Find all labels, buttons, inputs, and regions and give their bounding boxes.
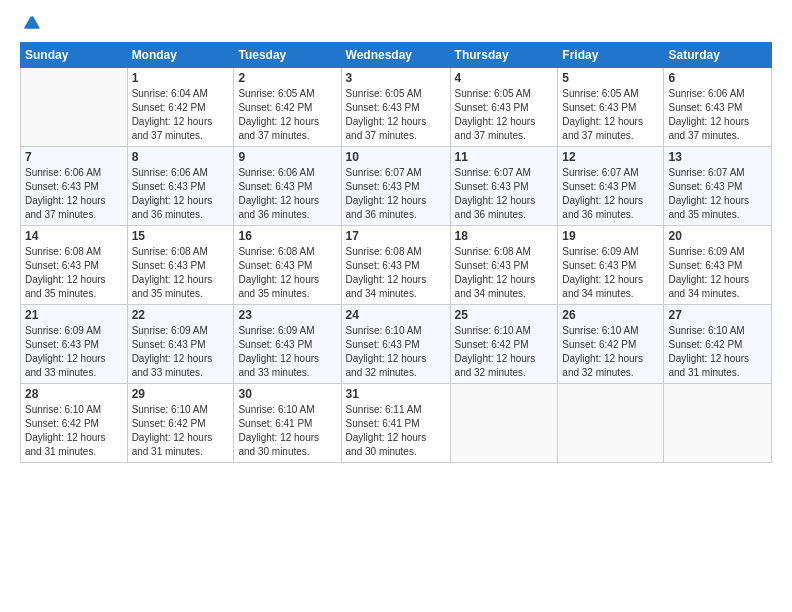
calendar-cell: 15Sunrise: 6:08 AMSunset: 6:43 PMDayligh…	[127, 226, 234, 305]
day-number: 23	[238, 308, 336, 322]
day-info: Sunrise: 6:05 AMSunset: 6:43 PMDaylight:…	[562, 87, 659, 143]
day-info: Sunrise: 6:10 AMSunset: 6:42 PMDaylight:…	[25, 403, 123, 459]
calendar-cell: 28Sunrise: 6:10 AMSunset: 6:42 PMDayligh…	[21, 384, 128, 463]
calendar-cell: 18Sunrise: 6:08 AMSunset: 6:43 PMDayligh…	[450, 226, 558, 305]
day-number: 13	[668, 150, 767, 164]
weekday-header-sunday: Sunday	[21, 43, 128, 68]
day-number: 30	[238, 387, 336, 401]
weekday-header-tuesday: Tuesday	[234, 43, 341, 68]
calendar-cell: 24Sunrise: 6:10 AMSunset: 6:43 PMDayligh…	[341, 305, 450, 384]
day-info: Sunrise: 6:05 AMSunset: 6:43 PMDaylight:…	[455, 87, 554, 143]
day-number: 10	[346, 150, 446, 164]
calendar-cell	[664, 384, 772, 463]
day-info: Sunrise: 6:07 AMSunset: 6:43 PMDaylight:…	[455, 166, 554, 222]
calendar-cell: 3Sunrise: 6:05 AMSunset: 6:43 PMDaylight…	[341, 68, 450, 147]
calendar-cell: 29Sunrise: 6:10 AMSunset: 6:42 PMDayligh…	[127, 384, 234, 463]
day-info: Sunrise: 6:06 AMSunset: 6:43 PMDaylight:…	[238, 166, 336, 222]
day-info: Sunrise: 6:08 AMSunset: 6:43 PMDaylight:…	[346, 245, 446, 301]
calendar-cell: 7Sunrise: 6:06 AMSunset: 6:43 PMDaylight…	[21, 147, 128, 226]
day-info: Sunrise: 6:05 AMSunset: 6:43 PMDaylight:…	[346, 87, 446, 143]
day-info: Sunrise: 6:05 AMSunset: 6:42 PMDaylight:…	[238, 87, 336, 143]
day-info: Sunrise: 6:09 AMSunset: 6:43 PMDaylight:…	[132, 324, 230, 380]
day-info: Sunrise: 6:09 AMSunset: 6:43 PMDaylight:…	[668, 245, 767, 301]
calendar-cell: 16Sunrise: 6:08 AMSunset: 6:43 PMDayligh…	[234, 226, 341, 305]
day-number: 2	[238, 71, 336, 85]
calendar-cell: 5Sunrise: 6:05 AMSunset: 6:43 PMDaylight…	[558, 68, 664, 147]
calendar-table: SundayMondayTuesdayWednesdayThursdayFrid…	[20, 42, 772, 463]
day-number: 12	[562, 150, 659, 164]
calendar-cell	[558, 384, 664, 463]
day-number: 15	[132, 229, 230, 243]
day-info: Sunrise: 6:08 AMSunset: 6:43 PMDaylight:…	[132, 245, 230, 301]
calendar-cell: 19Sunrise: 6:09 AMSunset: 6:43 PMDayligh…	[558, 226, 664, 305]
day-number: 3	[346, 71, 446, 85]
calendar-cell: 31Sunrise: 6:11 AMSunset: 6:41 PMDayligh…	[341, 384, 450, 463]
day-number: 31	[346, 387, 446, 401]
day-info: Sunrise: 6:07 AMSunset: 6:43 PMDaylight:…	[668, 166, 767, 222]
day-info: Sunrise: 6:10 AMSunset: 6:41 PMDaylight:…	[238, 403, 336, 459]
day-number: 20	[668, 229, 767, 243]
day-info: Sunrise: 6:04 AMSunset: 6:42 PMDaylight:…	[132, 87, 230, 143]
calendar-week-row: 1Sunrise: 6:04 AMSunset: 6:42 PMDaylight…	[21, 68, 772, 147]
weekday-header-thursday: Thursday	[450, 43, 558, 68]
day-number: 6	[668, 71, 767, 85]
day-info: Sunrise: 6:09 AMSunset: 6:43 PMDaylight:…	[238, 324, 336, 380]
calendar-cell: 25Sunrise: 6:10 AMSunset: 6:42 PMDayligh…	[450, 305, 558, 384]
day-info: Sunrise: 6:08 AMSunset: 6:43 PMDaylight:…	[238, 245, 336, 301]
day-number: 24	[346, 308, 446, 322]
day-number: 19	[562, 229, 659, 243]
calendar-week-row: 7Sunrise: 6:06 AMSunset: 6:43 PMDaylight…	[21, 147, 772, 226]
day-info: Sunrise: 6:08 AMSunset: 6:43 PMDaylight:…	[455, 245, 554, 301]
calendar-cell: 27Sunrise: 6:10 AMSunset: 6:42 PMDayligh…	[664, 305, 772, 384]
day-number: 8	[132, 150, 230, 164]
calendar-cell: 9Sunrise: 6:06 AMSunset: 6:43 PMDaylight…	[234, 147, 341, 226]
calendar-cell: 6Sunrise: 6:06 AMSunset: 6:43 PMDaylight…	[664, 68, 772, 147]
day-info: Sunrise: 6:10 AMSunset: 6:42 PMDaylight:…	[668, 324, 767, 380]
day-number: 29	[132, 387, 230, 401]
calendar-cell: 14Sunrise: 6:08 AMSunset: 6:43 PMDayligh…	[21, 226, 128, 305]
calendar-cell: 8Sunrise: 6:06 AMSunset: 6:43 PMDaylight…	[127, 147, 234, 226]
day-info: Sunrise: 6:10 AMSunset: 6:42 PMDaylight:…	[455, 324, 554, 380]
day-number: 27	[668, 308, 767, 322]
day-info: Sunrise: 6:10 AMSunset: 6:43 PMDaylight:…	[346, 324, 446, 380]
day-info: Sunrise: 6:09 AMSunset: 6:43 PMDaylight:…	[25, 324, 123, 380]
day-number: 1	[132, 71, 230, 85]
day-info: Sunrise: 6:06 AMSunset: 6:43 PMDaylight:…	[25, 166, 123, 222]
weekday-header-row: SundayMondayTuesdayWednesdayThursdayFrid…	[21, 43, 772, 68]
calendar-cell: 30Sunrise: 6:10 AMSunset: 6:41 PMDayligh…	[234, 384, 341, 463]
calendar-cell: 17Sunrise: 6:08 AMSunset: 6:43 PMDayligh…	[341, 226, 450, 305]
day-info: Sunrise: 6:09 AMSunset: 6:43 PMDaylight:…	[562, 245, 659, 301]
day-number: 17	[346, 229, 446, 243]
day-info: Sunrise: 6:10 AMSunset: 6:42 PMDaylight:…	[562, 324, 659, 380]
logo	[20, 16, 40, 32]
calendar-cell: 21Sunrise: 6:09 AMSunset: 6:43 PMDayligh…	[21, 305, 128, 384]
day-number: 4	[455, 71, 554, 85]
day-number: 25	[455, 308, 554, 322]
calendar-cell: 2Sunrise: 6:05 AMSunset: 6:42 PMDaylight…	[234, 68, 341, 147]
calendar-week-row: 28Sunrise: 6:10 AMSunset: 6:42 PMDayligh…	[21, 384, 772, 463]
calendar-cell: 22Sunrise: 6:09 AMSunset: 6:43 PMDayligh…	[127, 305, 234, 384]
calendar-cell	[450, 384, 558, 463]
weekday-header-monday: Monday	[127, 43, 234, 68]
calendar-cell: 10Sunrise: 6:07 AMSunset: 6:43 PMDayligh…	[341, 147, 450, 226]
calendar-cell: 20Sunrise: 6:09 AMSunset: 6:43 PMDayligh…	[664, 226, 772, 305]
day-number: 21	[25, 308, 123, 322]
day-info: Sunrise: 6:06 AMSunset: 6:43 PMDaylight:…	[132, 166, 230, 222]
calendar-week-row: 21Sunrise: 6:09 AMSunset: 6:43 PMDayligh…	[21, 305, 772, 384]
calendar-cell: 13Sunrise: 6:07 AMSunset: 6:43 PMDayligh…	[664, 147, 772, 226]
weekday-header-friday: Friday	[558, 43, 664, 68]
calendar-cell: 12Sunrise: 6:07 AMSunset: 6:43 PMDayligh…	[558, 147, 664, 226]
day-number: 28	[25, 387, 123, 401]
day-number: 11	[455, 150, 554, 164]
logo-icon	[22, 14, 40, 32]
calendar-week-row: 14Sunrise: 6:08 AMSunset: 6:43 PMDayligh…	[21, 226, 772, 305]
day-number: 5	[562, 71, 659, 85]
header	[20, 16, 772, 32]
calendar-cell: 11Sunrise: 6:07 AMSunset: 6:43 PMDayligh…	[450, 147, 558, 226]
day-info: Sunrise: 6:07 AMSunset: 6:43 PMDaylight:…	[562, 166, 659, 222]
day-info: Sunrise: 6:07 AMSunset: 6:43 PMDaylight:…	[346, 166, 446, 222]
day-info: Sunrise: 6:10 AMSunset: 6:42 PMDaylight:…	[132, 403, 230, 459]
calendar-cell: 1Sunrise: 6:04 AMSunset: 6:42 PMDaylight…	[127, 68, 234, 147]
day-number: 26	[562, 308, 659, 322]
weekday-header-wednesday: Wednesday	[341, 43, 450, 68]
